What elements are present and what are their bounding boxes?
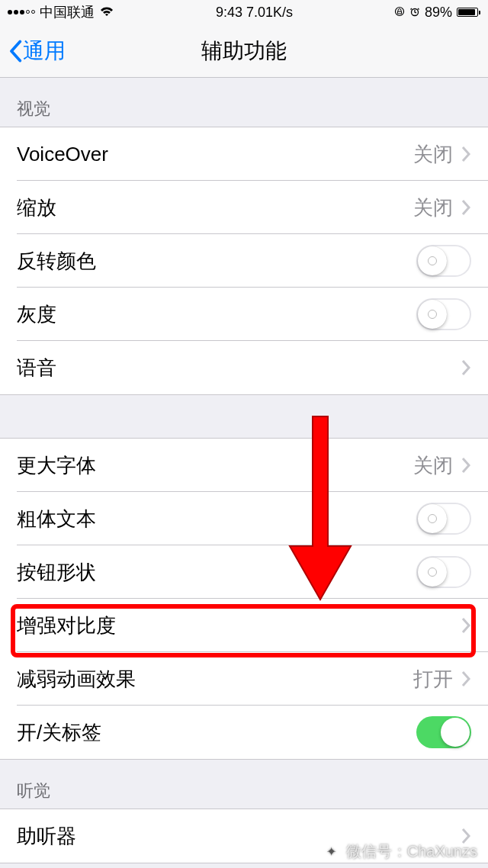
- row-value: 关闭: [413, 194, 453, 221]
- list-vision-2: 更大字体 关闭 粗体文本 按钮形状 增强对比度 减弱动画效果 打开 开/关标签: [0, 438, 488, 760]
- watermark: ✦ 微信号：ChaXunzs: [322, 841, 477, 862]
- row-reduce-motion[interactable]: 减弱动画效果 打开: [0, 652, 488, 706]
- row-label: 语音: [17, 355, 461, 381]
- page-title: 辅助功能: [201, 37, 287, 66]
- row-label: 粗体文本: [17, 506, 416, 532]
- toggle-button-shapes[interactable]: [416, 556, 471, 588]
- chevron-right-icon: [461, 199, 471, 216]
- toggle-invert[interactable]: [416, 245, 471, 277]
- battery-icon: [457, 8, 480, 17]
- toggle-bold-text[interactable]: [416, 503, 471, 535]
- row-increase-contrast[interactable]: 增强对比度: [0, 599, 488, 652]
- section-header-hearing: 听觉: [0, 760, 488, 809]
- time-label: 9:43: [216, 5, 242, 20]
- row-bold-text[interactable]: 粗体文本: [0, 492, 488, 545]
- wechat-icon: ✦: [322, 842, 342, 862]
- row-label: 反转颜色: [17, 248, 416, 275]
- row-voiceover[interactable]: VoiceOver 关闭: [0, 127, 488, 181]
- row-grayscale[interactable]: 灰度: [0, 288, 488, 341]
- row-label: 增强对比度: [17, 612, 461, 639]
- speed-label: 7.01K/s: [246, 5, 293, 20]
- chevron-right-icon: [461, 670, 471, 687]
- row-label: VoiceOver: [17, 143, 413, 166]
- row-speech[interactable]: 语音: [0, 341, 488, 394]
- alarm-icon: [409, 5, 420, 21]
- row-value: 关闭: [413, 141, 453, 168]
- status-bar: 中国联通 9:43 7.01K/s 89%: [0, 0, 488, 24]
- row-label: 更大字体: [17, 452, 413, 479]
- row-value: 打开: [413, 666, 453, 693]
- row-larger-text[interactable]: 更大字体 关闭: [0, 439, 488, 492]
- row-label: 缩放: [17, 194, 413, 221]
- battery-percent: 89%: [425, 5, 452, 21]
- row-zoom[interactable]: 缩放 关闭: [0, 181, 488, 234]
- back-button[interactable]: 通用: [8, 37, 66, 66]
- back-label: 通用: [23, 37, 66, 66]
- content: 视觉 VoiceOver 关闭 缩放 关闭 反转颜色 灰度 语音 更大字体 关闭: [0, 78, 488, 863]
- toggle-grayscale[interactable]: [416, 298, 471, 330]
- carrier-label: 中国联通: [40, 3, 95, 21]
- row-value: 关闭: [413, 452, 453, 479]
- row-label: 减弱动画效果: [17, 666, 413, 693]
- row-label: 开/关标签: [17, 719, 416, 746]
- row-button-shapes[interactable]: 按钮形状: [0, 545, 488, 599]
- status-center: 9:43 7.01K/s: [216, 5, 293, 21]
- row-onoff-labels[interactable]: 开/关标签: [0, 706, 488, 759]
- chevron-right-icon: [461, 457, 471, 474]
- signal-dots-icon: [8, 10, 35, 14]
- status-left: 中国联通: [8, 3, 114, 21]
- chevron-right-icon: [461, 359, 471, 376]
- list-vision-1: VoiceOver 关闭 缩放 关闭 反转颜色 灰度 语音: [0, 127, 488, 395]
- row-invert-colors[interactable]: 反转颜色: [0, 234, 488, 288]
- row-label: 灰度: [17, 301, 416, 328]
- watermark-text: 微信号：ChaXunzs: [346, 841, 477, 862]
- chevron-right-icon: [461, 617, 471, 634]
- wifi-icon: [99, 5, 114, 21]
- toggle-onoff-labels[interactable]: [416, 716, 471, 748]
- lock-icon: [394, 5, 405, 21]
- row-label: 按钮形状: [17, 559, 416, 586]
- status-right: 89%: [394, 5, 480, 21]
- chevron-right-icon: [461, 146, 471, 162]
- section-header-vision: 视觉: [0, 78, 488, 127]
- nav-bar: 通用 辅助功能: [0, 24, 488, 78]
